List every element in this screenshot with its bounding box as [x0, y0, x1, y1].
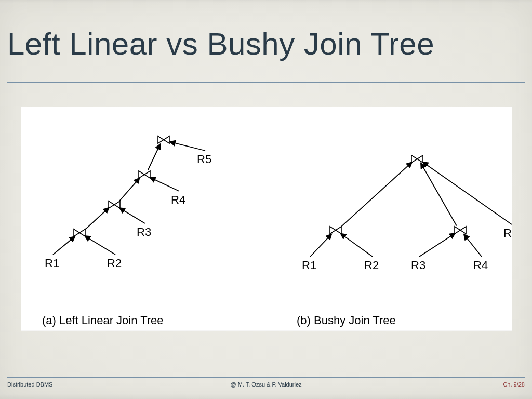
caption-left: (a) Left Linear Join Tree [42, 314, 164, 327]
relation-R1: R1 [302, 259, 316, 272]
edge [85, 208, 109, 229]
relation-R5: R5 [197, 153, 211, 166]
edge [464, 235, 482, 257]
left-linear-tree: R1R2R3R4R5 [45, 136, 211, 270]
bushy-tree: R1R2R3R4R5 [302, 155, 512, 272]
rule-top [7, 82, 525, 85]
edge [120, 208, 145, 223]
edge [119, 178, 139, 201]
relation-R4: R4 [473, 259, 488, 272]
edge [150, 178, 179, 191]
join-node-j3 [139, 171, 150, 178]
edge [423, 162, 512, 224]
relation-R4: R4 [171, 193, 185, 206]
caption-right: (b) Bushy Join Tree [297, 314, 396, 327]
edge [419, 233, 455, 257]
join-node-j1 [74, 229, 85, 236]
relation-R3: R3 [411, 259, 425, 272]
join-node-j2 [109, 201, 120, 208]
rule-bottom [7, 377, 525, 380]
join-node-jL [330, 227, 341, 234]
relation-R3: R3 [137, 225, 151, 238]
page-title: Left Linear vs Bushy Join Tree [7, 26, 434, 62]
footer-center: @ M. T. Özsu & P. Valduriez [0, 381, 532, 388]
relation-R5: R5 [503, 227, 512, 240]
edge [53, 237, 75, 255]
join-node-j4 [158, 136, 169, 143]
join-node-jTop [411, 155, 423, 163]
edge [341, 163, 412, 227]
edge [310, 234, 331, 257]
footer-right: Ch. 9/28 [503, 381, 525, 388]
relation-R2: R2 [107, 257, 122, 270]
join-node-jR [455, 227, 466, 234]
relation-R2: R2 [364, 259, 379, 272]
join-tree-diagram: R1R2R3R4R5 R1R2R3R4R5 (a) Left Linear Jo… [21, 107, 512, 331]
edge [341, 234, 373, 257]
relation-R1: R1 [45, 257, 59, 270]
edge [148, 144, 160, 170]
edge [85, 236, 115, 255]
edge [170, 142, 205, 151]
